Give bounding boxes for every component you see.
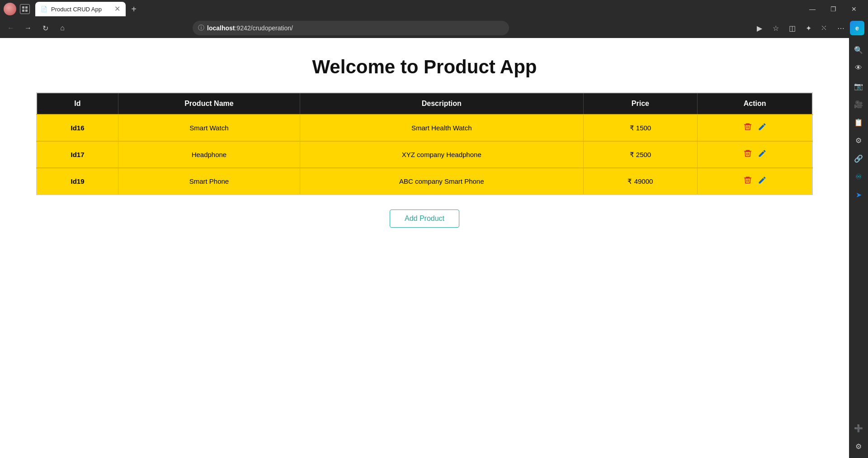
- svg-rect-13: [748, 179, 749, 182]
- active-tab[interactable]: 📄 Product CRUD App ✕: [35, 2, 126, 16]
- minimize-button[interactable]: —: [802, 0, 823, 18]
- table-row: Id16 Smart Watch Smart Health Watch ₹ 15…: [37, 114, 812, 141]
- sidebar-add-icon[interactable]: ➕: [850, 420, 867, 436]
- tab-page-icon: 📄: [41, 6, 47, 12]
- tab-close-button[interactable]: ✕: [114, 5, 120, 13]
- svg-rect-2: [22, 10, 24, 12]
- home-button[interactable]: ⌂: [55, 21, 70, 35]
- browser-chrome: 📄 Product CRUD App ✕ + — ❐ ✕ ← → ↻ ⌂ ⓘ l…: [0, 0, 868, 38]
- cell-name: Headphone: [118, 141, 300, 168]
- reload-button[interactable]: ↻: [38, 21, 52, 35]
- window-controls: — ❐ ✕: [802, 0, 864, 18]
- favorites-icon[interactable]: ☆: [769, 21, 783, 35]
- svg-rect-0: [22, 6, 24, 9]
- edit-button[interactable]: [757, 148, 768, 161]
- cell-id: Id19: [37, 168, 118, 195]
- address-bar-row: ← → ↻ ⌂ ⓘ localhost:9242/crudoperation/ …: [0, 18, 868, 38]
- svg-rect-5: [748, 126, 749, 129]
- col-action: Action: [698, 93, 812, 114]
- info-icon: ⓘ: [198, 24, 204, 32]
- browser-essentials-icon[interactable]: ✦: [801, 21, 816, 35]
- cell-description: Smart Health Watch: [300, 114, 583, 141]
- back-button[interactable]: ←: [4, 21, 18, 35]
- col-description: Description: [300, 93, 583, 114]
- main-content: Welcome to Product App Id Product Name D…: [0, 38, 849, 458]
- cell-id: Id17: [37, 141, 118, 168]
- right-sidebar: 🔍 👁 📷 🎥 📋 ⚙ 🔗 ♾ ➤ ➕ ⚙: [849, 38, 868, 458]
- profile-avatar[interactable]: [4, 3, 16, 15]
- sidebar-eye-icon[interactable]: 👁: [850, 60, 867, 76]
- delete-button[interactable]: [742, 148, 753, 161]
- sidebar-clipboard-icon[interactable]: 📋: [850, 114, 867, 130]
- maximize-button[interactable]: ❐: [823, 0, 844, 18]
- cell-name: Smart Watch: [118, 114, 300, 141]
- cell-description: XYZ company Headphone: [300, 141, 583, 168]
- table-body: Id16 Smart Watch Smart Health Watch ₹ 15…: [37, 114, 812, 195]
- product-table: Id Product Name Description Price Action…: [36, 92, 813, 195]
- url-display: localhost:9242/crudoperation/: [207, 24, 293, 32]
- delete-button[interactable]: [742, 121, 753, 134]
- tab-group-icon: [20, 4, 30, 14]
- table-row: Id17 Headphone XYZ company Headphone ₹ 2…: [37, 141, 812, 168]
- action-cell: [705, 175, 805, 188]
- split-screen-icon[interactable]: ◫: [785, 21, 799, 35]
- sidebar-camera-icon[interactable]: 📷: [850, 78, 867, 94]
- cell-name: Smart Phone: [118, 168, 300, 195]
- sidebar-swirl-icon[interactable]: ♾: [850, 168, 867, 185]
- cell-price: ₹ 1500: [583, 114, 698, 141]
- sidebar-gear-icon[interactable]: ⚙: [850, 438, 867, 454]
- table-header: Id Product Name Description Price Action: [37, 93, 812, 114]
- svg-rect-3: [25, 10, 28, 12]
- svg-rect-7: [746, 124, 749, 124]
- close-button[interactable]: ✕: [844, 0, 864, 18]
- url-path-part: :9242/crudoperation/: [235, 24, 292, 32]
- extensions-icon[interactable]: ⛌: [817, 21, 832, 35]
- cell-price: ₹ 2500: [583, 141, 698, 168]
- svg-rect-1: [25, 6, 28, 9]
- sidebar-search-icon[interactable]: 🔍: [850, 42, 867, 58]
- edge-logo-icon: e: [850, 21, 864, 35]
- delete-button[interactable]: [742, 175, 753, 188]
- sidebar-video-icon[interactable]: 🎥: [850, 96, 867, 112]
- table-header-row: Id Product Name Description Price Action: [37, 93, 812, 114]
- add-product-wrapper: Add Product: [36, 210, 813, 228]
- address-bar[interactable]: ⓘ localhost:9242/crudoperation/: [193, 21, 509, 35]
- svg-rect-15: [746, 177, 749, 178]
- url-bold-part: localhost: [207, 24, 235, 32]
- more-options-icon[interactable]: ⋯: [834, 21, 848, 35]
- new-tab-button[interactable]: +: [127, 3, 140, 15]
- action-cell: [705, 148, 805, 161]
- cell-action: [698, 114, 812, 141]
- forward-button[interactable]: →: [21, 21, 35, 35]
- svg-rect-12: [746, 179, 747, 182]
- sidebar-telegram-icon[interactable]: ➤: [850, 186, 867, 203]
- tab-bar: 📄 Product CRUD App ✕ + — ❐ ✕: [0, 0, 868, 18]
- toolbar-icons: ▶ ☆ ◫ ✦ ⛌ ⋯ e: [752, 21, 864, 35]
- cell-description: ABC company Smart Phone: [300, 168, 583, 195]
- cell-action: [698, 168, 812, 195]
- col-price: Price: [583, 93, 698, 114]
- cell-action: [698, 141, 812, 168]
- edit-button[interactable]: [757, 121, 768, 134]
- col-product-name: Product Name: [118, 93, 300, 114]
- col-id: Id: [37, 93, 118, 114]
- cell-id: Id16: [37, 114, 118, 141]
- read-aloud-icon[interactable]: ▶: [752, 21, 767, 35]
- svg-rect-4: [746, 126, 747, 129]
- add-product-button[interactable]: Add Product: [390, 210, 459, 228]
- svg-rect-11: [746, 150, 749, 151]
- svg-rect-8: [746, 153, 747, 155]
- tab-title: Product CRUD App: [51, 6, 111, 13]
- sidebar-link-icon[interactable]: 🔗: [850, 150, 867, 167]
- table-row: Id19 Smart Phone ABC company Smart Phone…: [37, 168, 812, 195]
- action-cell: [705, 121, 805, 134]
- svg-rect-9: [748, 153, 749, 155]
- sidebar-settings-icon[interactable]: ⚙: [850, 132, 867, 148]
- cell-price: ₹ 49000: [583, 168, 698, 195]
- page-heading: Welcome to Product App: [36, 56, 813, 78]
- edit-button[interactable]: [757, 175, 768, 188]
